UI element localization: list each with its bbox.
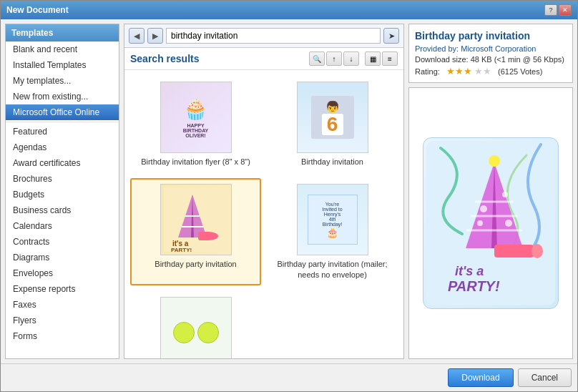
template-card[interactable]: 🧁 HAPPYBIRTHDAYOLIVER! Birthday invitati… <box>130 76 261 172</box>
search-input[interactable] <box>166 28 381 44</box>
svg-point-20 <box>477 220 483 226</box>
svg-rect-6 <box>198 232 210 240</box>
template-thumb-1: 🧁 HAPPYBIRTHDAYOLIVER! <box>160 82 232 153</box>
nav-separator <box>6 122 119 122</box>
forward-button[interactable]: ▶ <box>147 28 163 44</box>
svg-point-21 <box>505 220 512 227</box>
new-document-dialog: New Document ? ✕ Templates Blank and rec… <box>0 0 578 392</box>
template-card[interactable]: You'reInvited toHenry's4thBirthday! 🎂 Bi… <box>267 178 398 285</box>
preview-title: Birthday party invitation <box>415 30 567 41</box>
sort-desc-button[interactable]: ↓ <box>343 52 359 66</box>
results-grid: 🧁 HAPPYBIRTHDAYOLIVER! Birthday invitati… <box>124 70 403 358</box>
nav-item-forms[interactable]: Forms <box>6 328 119 344</box>
template-label-3: Birthday party invitation <box>155 259 236 269</box>
nav-item-awards[interactable]: Award certificates <box>6 155 119 171</box>
svg-point-17 <box>532 244 543 258</box>
template-card[interactable]: Lemon themed birthday invitation <box>130 291 261 358</box>
thumb-drawing-5 <box>161 298 231 358</box>
svg-text:it's a: it's a <box>455 264 484 278</box>
thumb-drawing-3: it's a PARTY! <box>161 185 231 255</box>
preview-size-value: 48 KB (<1 min @ 56 Kbps) <box>471 55 564 64</box>
middle-panel: ◀ ▶ ➤ Search results 🔍 ↑ ↓ ▦ ≡ <box>124 24 404 359</box>
results-tools: 🔍 ↑ ↓ ▦ ≡ <box>309 52 398 66</box>
right-panel: Birthday party invitation Provided by: M… <box>408 24 573 359</box>
nav-item-installed[interactable]: Installed Templates <box>6 57 119 73</box>
preview-info: Birthday party invitation Provided by: M… <box>408 24 573 83</box>
nav-item-agendas[interactable]: Agendas <box>6 139 119 155</box>
nav-item-bizcard[interactable]: Business cards <box>6 202 119 218</box>
nav-item-budgets[interactable]: Budgets <box>6 187 119 202</box>
nav-item-contracts[interactable]: Contracts <box>6 234 119 250</box>
thumb-text-1: HAPPYBIRTHDAYOLIVER! <box>183 123 209 138</box>
preview-size: Download size: 48 KB (<1 min @ 56 Kbps) <box>415 55 567 64</box>
cupcake-icon: 🧁 <box>183 97 208 121</box>
svg-point-18 <box>480 205 487 212</box>
template-thumb-4: You'reInvited toHenry's4thBirthday! 🎂 <box>297 184 368 255</box>
left-panel-header: Templates <box>6 24 119 41</box>
large-preview: it's a PARTY! <box>423 137 559 309</box>
nav-list: Blank and recentInstalled TemplatesMy te… <box>6 41 119 344</box>
left-panel: Templates Blank and recentInstalled Temp… <box>5 24 119 359</box>
nav-item-envelopes[interactable]: Envelopes <box>6 265 119 281</box>
title-bar: New Document ? ✕ <box>1 1 577 19</box>
nav-item-existing[interactable]: New from existing... <box>6 89 119 104</box>
thumb-drawing-2: 👦 6 <box>298 82 368 152</box>
preview-image-box: it's a PARTY! <box>408 87 573 359</box>
nav-item-blank[interactable]: Blank and recent <box>6 41 119 57</box>
nav-item-calendars[interactable]: Calendars <box>6 218 119 234</box>
rating-votes: (6125 Votes) <box>498 67 542 76</box>
download-button[interactable]: Download <box>448 368 513 387</box>
nav-item-online[interactable]: Microsoft Office Online <box>6 104 119 120</box>
nav-item-my[interactable]: My templates... <box>6 73 119 89</box>
preview-provider: Provided by: Microsoft Corporation <box>415 44 567 53</box>
results-title: Search results <box>130 53 200 64</box>
cancel-button[interactable]: Cancel <box>518 368 572 387</box>
preview-rating: Rating: ★★★★★ (6125 Votes) <box>415 66 567 77</box>
template-label-4: Birthday party invitation (mailer; needs… <box>273 259 392 280</box>
nav-item-diagrams[interactable]: Diagrams <box>6 250 119 265</box>
template-label-2: Birthday invitation <box>301 157 363 167</box>
nav-item-faxes[interactable]: Faxes <box>6 297 119 313</box>
thumb-drawing-4: You'reInvited toHenry's4thBirthday! 🎂 <box>298 185 368 255</box>
svg-rect-16 <box>494 245 534 258</box>
dialog-body: Templates Blank and recentInstalled Temp… <box>1 19 577 363</box>
template-card-selected[interactable]: it's a PARTY! Birthday party invitation <box>130 178 261 285</box>
nav-item-flyers[interactable]: Flyers <box>6 313 119 328</box>
view-large-button[interactable]: ▦ <box>365 52 381 66</box>
search-go-button[interactable]: ➤ <box>383 28 399 44</box>
template-thumb-2: 👦 6 <box>297 82 368 153</box>
close-button[interactable]: ✕ <box>559 4 572 16</box>
nav-item-featured[interactable]: Featured <box>6 124 119 139</box>
num-6: 6 <box>322 114 343 135</box>
bottom-bar: Download Cancel <box>1 363 577 391</box>
back-button[interactable]: ◀ <box>129 28 144 44</box>
help-button[interactable]: ? <box>544 4 557 16</box>
nav-item-brochures[interactable]: Brochures <box>6 171 119 187</box>
party-invite-svg: it's a PARTY! <box>164 187 228 252</box>
template-thumb-5 <box>160 297 232 358</box>
template-label-1: Birthday invitation flyer (8" x 8") <box>141 157 250 167</box>
title-bar-controls: ? ✕ <box>544 4 572 16</box>
dialog-title: New Document <box>6 5 69 15</box>
zoom-in-button[interactable]: 🔍 <box>309 52 325 66</box>
sort-asc-button[interactable]: ↑ <box>326 52 342 66</box>
stars-full: ★★★ <box>446 66 472 77</box>
stars-empty: ★★ <box>474 66 491 77</box>
nav-item-expense[interactable]: Expense reports <box>6 281 119 297</box>
preview-provider-name: Microsoft Corporation <box>461 44 536 53</box>
svg-text:PARTY!: PARTY! <box>448 278 500 294</box>
template-thumb-3: it's a PARTY! <box>160 184 232 255</box>
svg-point-19 <box>502 192 508 197</box>
search-bar: ◀ ▶ ➤ <box>124 24 403 48</box>
svg-point-15 <box>489 155 500 167</box>
thumb-drawing-1: 🧁 HAPPYBIRTHDAYOLIVER! <box>161 82 231 152</box>
preview-svg: it's a PARTY! <box>426 141 555 305</box>
template-card[interactable]: 👦 6 Birthday invitation <box>267 76 398 172</box>
results-header: Search results 🔍 ↑ ↓ ▦ ≡ <box>124 48 403 70</box>
view-list-button[interactable]: ≡ <box>382 52 398 66</box>
svg-text:PARTY!: PARTY! <box>171 247 192 252</box>
